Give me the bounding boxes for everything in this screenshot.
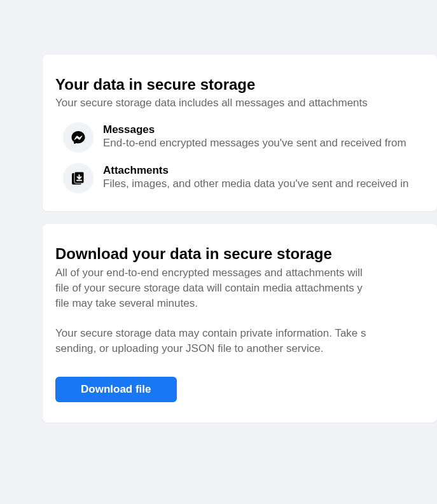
data-item-title: Messages bbox=[103, 123, 406, 136]
data-item-desc: End-to-end encrypted messages you've sen… bbox=[103, 137, 406, 150]
data-item-text: Attachments Files, images, and other med… bbox=[103, 163, 408, 190]
download-description: All of your end-to-end encrypted message… bbox=[55, 265, 437, 356]
section-subtitle: Your secure storage data includes all me… bbox=[55, 96, 437, 111]
messenger-icon bbox=[63, 122, 94, 153]
download-para1-line1: All of your end-to-end encrypted message… bbox=[55, 267, 363, 279]
download-para2-line2: sending, or uploading your JSON file to … bbox=[55, 342, 323, 354]
data-item-text: Messages End-to-end encrypted messages y… bbox=[103, 122, 406, 150]
data-item-desc: Files, images, and other media data you'… bbox=[103, 178, 408, 190]
attachments-icon bbox=[63, 163, 94, 193]
data-type-list: Messages End-to-end encrypted messages y… bbox=[55, 122, 437, 193]
download-para1-line3: file may take several minutes. bbox=[55, 297, 198, 309]
download-file-button[interactable]: Download file bbox=[55, 377, 177, 402]
data-item-title: Attachments bbox=[103, 164, 408, 177]
download-para2-line1: Your secure storage data may contain pri… bbox=[55, 327, 366, 339]
data-item-attachments: Attachments Files, images, and other med… bbox=[55, 163, 437, 193]
section-title: Your data in secure storage bbox=[55, 76, 437, 94]
download-data-card: Download your data in secure storage All… bbox=[43, 224, 437, 423]
download-para1-line2: file of your secure storage data will co… bbox=[55, 282, 363, 294]
download-title: Download your data in secure storage bbox=[55, 245, 437, 263]
data-item-messages: Messages End-to-end encrypted messages y… bbox=[55, 122, 437, 153]
secure-storage-info-card: Your data in secure storage Your secure … bbox=[43, 55, 437, 211]
